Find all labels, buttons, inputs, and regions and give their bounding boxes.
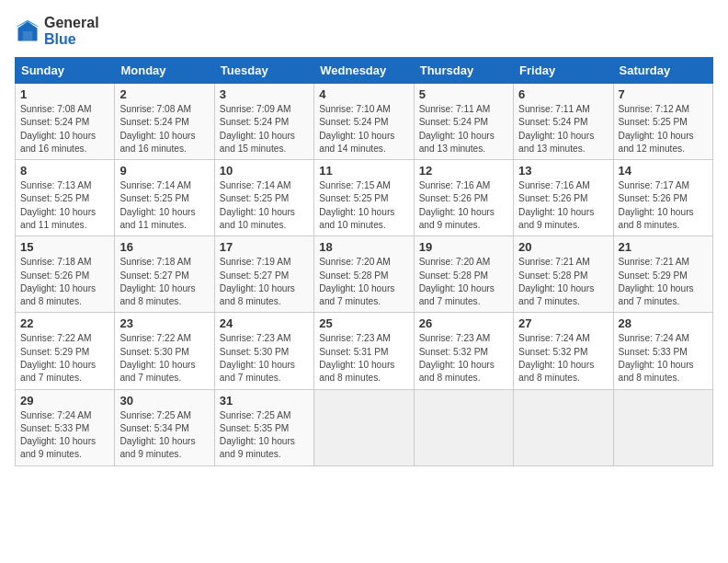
- column-header-wednesday: Wednesday: [314, 58, 414, 84]
- calendar-cell: 2Sunrise: 7:08 AMSunset: 5:24 PMDaylight…: [115, 84, 214, 160]
- day-info: Sunrise: 7:24 AMSunset: 5:33 PMDaylight:…: [20, 409, 109, 462]
- day-number: 10: [220, 164, 309, 178]
- calendar-cell: [314, 389, 414, 465]
- day-info: Sunrise: 7:20 AMSunset: 5:28 PMDaylight:…: [419, 256, 508, 308]
- day-info: Sunrise: 7:24 AMSunset: 5:33 PMDaylight:…: [619, 332, 708, 385]
- day-number: 14: [619, 164, 708, 178]
- day-info: Sunrise: 7:12 AMSunset: 5:25 PMDaylight:…: [619, 103, 708, 155]
- calendar-cell: 31Sunrise: 7:25 AMSunset: 5:35 PMDayligh…: [214, 389, 313, 465]
- calendar-cell: [613, 389, 712, 465]
- column-header-tuesday: Tuesday: [214, 58, 313, 84]
- calendar-header-row: SundayMondayTuesdayWednesdayThursdayFrid…: [16, 58, 713, 84]
- day-info: Sunrise: 7:23 AMSunset: 5:32 PMDaylight:…: [419, 332, 508, 385]
- calendar-cell: 16Sunrise: 7:18 AMSunset: 5:27 PMDayligh…: [115, 236, 214, 313]
- day-number: 25: [319, 316, 408, 330]
- calendar-cell: 4Sunrise: 7:10 AMSunset: 5:24 PMDaylight…: [314, 84, 414, 160]
- calendar-cell: 12Sunrise: 7:16 AMSunset: 5:26 PMDayligh…: [414, 160, 513, 236]
- day-info: Sunrise: 7:23 AMSunset: 5:30 PMDaylight:…: [220, 332, 309, 385]
- calendar-cell: 3Sunrise: 7:09 AMSunset: 5:24 PMDaylight…: [214, 84, 313, 160]
- svg-rect-2: [23, 31, 33, 41]
- day-number: 30: [119, 394, 209, 408]
- day-info: Sunrise: 7:22 AMSunset: 5:29 PMDaylight:…: [20, 332, 109, 385]
- calendar-week-row: 15Sunrise: 7:18 AMSunset: 5:26 PMDayligh…: [16, 236, 713, 313]
- day-info: Sunrise: 7:21 AMSunset: 5:29 PMDaylight:…: [619, 256, 708, 308]
- day-number: 19: [419, 240, 508, 254]
- day-info: Sunrise: 7:22 AMSunset: 5:30 PMDaylight:…: [119, 332, 209, 385]
- logo-text: General Blue: [44, 15, 99, 48]
- calendar-cell: 17Sunrise: 7:19 AMSunset: 5:27 PMDayligh…: [214, 236, 313, 313]
- day-info: Sunrise: 7:19 AMSunset: 5:27 PMDaylight:…: [220, 256, 309, 308]
- calendar-week-row: 1Sunrise: 7:08 AMSunset: 5:24 PMDaylight…: [16, 84, 713, 160]
- day-info: Sunrise: 7:10 AMSunset: 5:24 PMDaylight:…: [319, 103, 408, 155]
- logo: General Blue: [15, 15, 99, 48]
- calendar-week-row: 29Sunrise: 7:24 AMSunset: 5:33 PMDayligh…: [16, 389, 713, 465]
- calendar-cell: 28Sunrise: 7:24 AMSunset: 5:33 PMDayligh…: [613, 313, 712, 389]
- day-number: 26: [419, 316, 508, 330]
- calendar-cell: 11Sunrise: 7:15 AMSunset: 5:25 PMDayligh…: [314, 160, 414, 236]
- day-number: 21: [619, 240, 708, 254]
- day-number: 6: [518, 87, 608, 101]
- calendar-cell: 22Sunrise: 7:22 AMSunset: 5:29 PMDayligh…: [16, 313, 115, 389]
- calendar-cell: 23Sunrise: 7:22 AMSunset: 5:30 PMDayligh…: [115, 313, 214, 389]
- day-number: 3: [220, 87, 309, 101]
- calendar-cell: 14Sunrise: 7:17 AMSunset: 5:26 PMDayligh…: [613, 160, 712, 236]
- day-number: 13: [518, 164, 608, 178]
- day-number: 2: [119, 87, 209, 101]
- day-info: Sunrise: 7:09 AMSunset: 5:24 PMDaylight:…: [220, 103, 309, 155]
- calendar-cell: 10Sunrise: 7:14 AMSunset: 5:25 PMDayligh…: [214, 160, 313, 236]
- calendar-cell: 30Sunrise: 7:25 AMSunset: 5:34 PMDayligh…: [115, 389, 214, 465]
- day-info: Sunrise: 7:25 AMSunset: 5:34 PMDaylight:…: [119, 409, 209, 462]
- calendar-cell: 24Sunrise: 7:23 AMSunset: 5:30 PMDayligh…: [214, 313, 313, 389]
- calendar-cell: 5Sunrise: 7:11 AMSunset: 5:24 PMDaylight…: [414, 84, 513, 160]
- column-header-monday: Monday: [115, 58, 214, 84]
- day-info: Sunrise: 7:20 AMSunset: 5:28 PMDaylight:…: [319, 256, 408, 308]
- calendar-cell: 20Sunrise: 7:21 AMSunset: 5:28 PMDayligh…: [514, 236, 613, 313]
- day-number: 15: [20, 240, 109, 254]
- day-number: 5: [419, 87, 508, 101]
- day-number: 31: [220, 394, 309, 408]
- calendar-cell: 15Sunrise: 7:18 AMSunset: 5:26 PMDayligh…: [16, 236, 115, 313]
- day-info: Sunrise: 7:14 AMSunset: 5:25 PMDaylight:…: [220, 179, 309, 232]
- day-number: 18: [319, 240, 408, 254]
- calendar-table: SundayMondayTuesdayWednesdayThursdayFrid…: [15, 57, 713, 466]
- day-number: 16: [119, 240, 209, 254]
- page-header: General Blue: [15, 15, 713, 48]
- day-number: 23: [119, 316, 209, 330]
- day-number: 12: [419, 164, 508, 178]
- calendar-cell: 6Sunrise: 7:11 AMSunset: 5:24 PMDaylight…: [514, 84, 613, 160]
- calendar-week-row: 8Sunrise: 7:13 AMSunset: 5:25 PMDaylight…: [16, 160, 713, 236]
- day-info: Sunrise: 7:24 AMSunset: 5:32 PMDaylight:…: [518, 332, 608, 385]
- day-info: Sunrise: 7:13 AMSunset: 5:25 PMDaylight:…: [20, 179, 109, 232]
- column-header-friday: Friday: [514, 58, 613, 84]
- calendar-cell: 19Sunrise: 7:20 AMSunset: 5:28 PMDayligh…: [414, 236, 513, 313]
- column-header-sunday: Sunday: [16, 58, 115, 84]
- column-header-thursday: Thursday: [414, 58, 513, 84]
- day-number: 22: [20, 316, 109, 330]
- day-info: Sunrise: 7:11 AMSunset: 5:24 PMDaylight:…: [518, 103, 608, 155]
- calendar-cell: 27Sunrise: 7:24 AMSunset: 5:32 PMDayligh…: [514, 313, 613, 389]
- day-info: Sunrise: 7:25 AMSunset: 5:35 PMDaylight:…: [220, 409, 309, 462]
- day-info: Sunrise: 7:16 AMSunset: 5:26 PMDaylight:…: [419, 179, 508, 232]
- day-info: Sunrise: 7:17 AMSunset: 5:26 PMDaylight:…: [619, 179, 708, 232]
- calendar-cell: 9Sunrise: 7:14 AMSunset: 5:25 PMDaylight…: [115, 160, 214, 236]
- day-number: 20: [518, 240, 608, 254]
- logo-icon: [15, 18, 40, 44]
- day-number: 27: [518, 316, 608, 330]
- day-info: Sunrise: 7:08 AMSunset: 5:24 PMDaylight:…: [20, 103, 109, 155]
- calendar-cell: 13Sunrise: 7:16 AMSunset: 5:26 PMDayligh…: [514, 160, 613, 236]
- calendar-cell: 1Sunrise: 7:08 AMSunset: 5:24 PMDaylight…: [16, 84, 115, 160]
- day-number: 28: [619, 316, 708, 330]
- day-number: 9: [119, 164, 209, 178]
- column-header-saturday: Saturday: [613, 58, 712, 84]
- calendar-cell: [414, 389, 513, 465]
- calendar-cell: 18Sunrise: 7:20 AMSunset: 5:28 PMDayligh…: [314, 236, 414, 313]
- day-number: 29: [20, 394, 109, 408]
- day-number: 7: [619, 87, 708, 101]
- day-info: Sunrise: 7:23 AMSunset: 5:31 PMDaylight:…: [319, 332, 408, 385]
- day-info: Sunrise: 7:21 AMSunset: 5:28 PMDaylight:…: [518, 256, 608, 308]
- day-number: 11: [319, 164, 408, 178]
- calendar-cell: 26Sunrise: 7:23 AMSunset: 5:32 PMDayligh…: [414, 313, 513, 389]
- calendar-cell: 7Sunrise: 7:12 AMSunset: 5:25 PMDaylight…: [613, 84, 712, 160]
- day-info: Sunrise: 7:11 AMSunset: 5:24 PMDaylight:…: [419, 103, 508, 155]
- day-number: 1: [20, 87, 109, 101]
